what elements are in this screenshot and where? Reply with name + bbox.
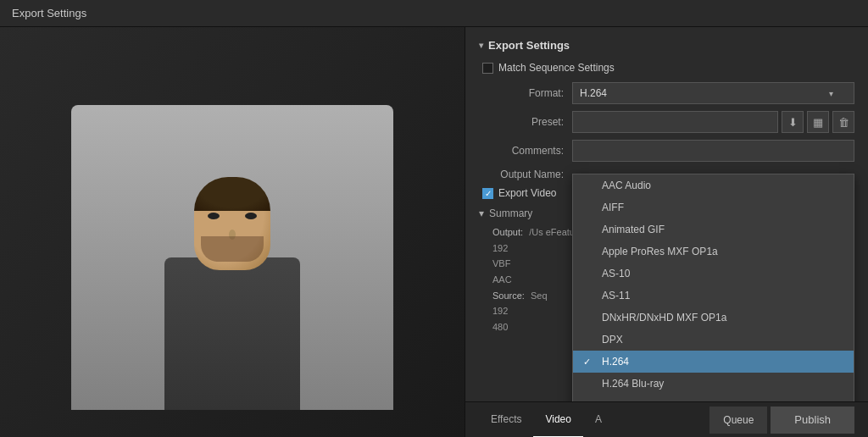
dropdown-check: ✓ [583, 357, 595, 368]
match-sequence-row: Match Sequence Settings [479, 62, 854, 74]
output-name-label: Output Name: [479, 169, 572, 180]
settings-panel: ▾ Export Settings Match Sequence Setting… [465, 27, 868, 437]
summary-aac: AAC [492, 274, 512, 285]
format-value: H.264 [580, 87, 829, 99]
preview-panel [0, 27, 465, 437]
format-select[interactable]: H.264 ▾ [572, 82, 854, 104]
output-label: Output: [492, 227, 523, 237]
format-control: H.264 ▾ AAC AudioAIFFAnimated GIFApple P… [572, 82, 854, 104]
format-row: Format: H.264 ▾ AAC AudioAIFFAnimated GI… [479, 82, 854, 104]
summary-chevron: ▾ [479, 207, 484, 219]
dropdown-item[interactable]: AS-11 [573, 285, 854, 307]
dropdown-item-label: H.264 Blu-ray [602, 378, 664, 390]
publish-button[interactable]: Publish [771, 407, 854, 434]
comments-label: Comments: [479, 145, 572, 157]
dropdown-item-label: H.264 [602, 356, 629, 368]
dropdown-item-label: AS-11 [602, 290, 630, 301]
match-sequence-checkbox[interactable] [482, 63, 493, 74]
section-title: Export Settings [488, 39, 570, 52]
settings-content: ▾ Export Settings Match Sequence Setting… [465, 27, 868, 401]
source-label: Source: [492, 290, 525, 301]
dropdown-item[interactable]: DNxHR/DNxHD MXF OP1a [573, 307, 854, 329]
preset-label: Preset: [479, 116, 572, 128]
source-value: Seq [531, 290, 548, 301]
summary-label: Summary [489, 207, 532, 219]
dropdown-item[interactable]: Animated GIF [573, 218, 854, 241]
bottom-tabs: Effects Video A Queue Publish [465, 401, 868, 437]
dropdown-item[interactable]: AS-10 [573, 263, 854, 285]
preset-control: ⬇ ▦ 🗑 [572, 111, 854, 133]
tab-audio[interactable]: A [583, 402, 614, 438]
preset-row: Preset: ⬇ ▦ 🗑 [479, 111, 854, 133]
dropdown-item-label: Apple ProRes MXF OP1a [602, 246, 718, 257]
dropdown-item-label: AIFF [602, 202, 624, 213]
preview-image [0, 27, 465, 437]
dropdown-item-label: HEVC (H.265) [602, 400, 667, 401]
summary-res: 192 [492, 243, 508, 253]
source-fps: 480 [492, 322, 508, 332]
dropdown-item[interactable]: HEVC (H.265) [573, 395, 854, 401]
dropdown-item[interactable]: AAC Audio [573, 174, 854, 196]
dropdown-item-label: DPX [602, 334, 623, 346]
preset-input[interactable] [572, 111, 778, 133]
format-dropdown[interactable]: AAC AudioAIFFAnimated GIFApple ProRes MX… [572, 174, 854, 401]
dropdown-item[interactable]: AIFF [573, 196, 854, 218]
comments-control [572, 140, 854, 162]
dropdown-item[interactable]: H.264 Blu-ray [573, 373, 854, 395]
preset-folder-btn[interactable]: ▦ [807, 111, 829, 133]
match-sequence-label: Match Sequence Settings [498, 62, 615, 74]
export-settings-header: ▾ Export Settings [479, 39, 854, 52]
tab-effects[interactable]: Effects [479, 402, 533, 438]
format-label: Format: [479, 87, 572, 99]
export-video-label: Export Video [498, 187, 557, 199]
title-bar-label: Export Settings [12, 7, 86, 19]
dropdown-item-label: Animated GIF [602, 224, 665, 235]
dropdown-item-label: AS-10 [602, 268, 630, 279]
comments-input[interactable] [572, 140, 854, 162]
comments-row: Comments: [479, 140, 854, 162]
dropdown-item[interactable]: Apple ProRes MXF OP1a [573, 241, 854, 263]
preset-delete-btn[interactable]: 🗑 [832, 111, 854, 133]
dropdown-item[interactable]: DPX [573, 329, 854, 351]
title-bar: Export Settings [0, 0, 868, 27]
summary-vbr: VBF [492, 258, 510, 268]
portrait-figure [71, 105, 393, 410]
format-arrow: ▾ [829, 89, 833, 98]
export-video-checkbox[interactable]: ✓ [482, 188, 493, 199]
output-path: /Us [529, 227, 543, 237]
main-area: ▾ Export Settings Match Sequence Setting… [0, 27, 868, 437]
preset-save-btn[interactable]: ⬇ [782, 111, 804, 133]
source-res: 192 [492, 306, 508, 316]
dropdown-item-label: AAC Audio [602, 180, 651, 191]
dropdown-item[interactable]: ✓H.264 [573, 351, 854, 373]
tab-video[interactable]: Video [533, 402, 582, 438]
section-chevron: ▾ [479, 41, 483, 50]
dropdown-item-label: DNxHR/DNxHD MXF OP1a [602, 312, 726, 324]
queue-button[interactable]: Queue [709, 407, 767, 434]
